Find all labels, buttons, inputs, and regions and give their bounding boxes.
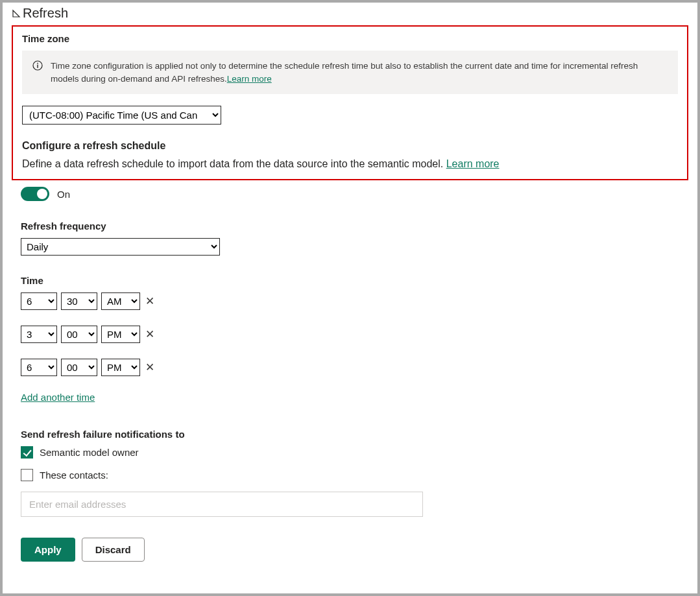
frequency-label: Refresh frequency — [21, 221, 679, 232]
ampm-select[interactable]: PM — [101, 326, 140, 343]
schedule-learn-more-link[interactable]: Learn more — [446, 158, 500, 169]
schedule-toggle-row: On — [21, 187, 679, 201]
settings-body: On Refresh frequency Daily Time 6 30 AM … — [12, 187, 688, 562]
timezone-label: Time zone — [22, 33, 678, 44]
toggle-label: On — [57, 189, 70, 200]
notify-owner-row: Semantic model owner — [21, 446, 679, 459]
remove-time-icon[interactable]: ✕ — [144, 294, 156, 308]
ampm-select[interactable]: AM — [101, 292, 140, 310]
minute-select[interactable]: 00 — [61, 359, 97, 376]
timezone-info-text: Time zone configuration is applied not o… — [51, 61, 638, 84]
add-time-link[interactable]: Add another time — [21, 392, 95, 403]
section-header[interactable]: Refresh — [12, 6, 688, 21]
schedule-desc: Define a data refresh schedule to import… — [22, 158, 446, 169]
schedule-desc-wrap: Define a data refresh schedule to import… — [22, 158, 678, 170]
svg-rect-2 — [37, 65, 38, 68]
refresh-panel: Refresh Time zone Time zone configuratio… — [3, 3, 697, 593]
button-row: Apply Discard — [21, 538, 679, 562]
notify-owner-label: Semantic model owner — [40, 447, 139, 458]
minute-select[interactable]: 00 — [61, 326, 97, 343]
hour-select[interactable]: 3 — [21, 326, 57, 343]
frequency-select[interactable]: Daily — [21, 238, 220, 256]
schedule-toggle[interactable] — [21, 187, 49, 201]
notify-contacts-row: These contacts: — [21, 469, 679, 481]
hour-select[interactable]: 6 — [21, 359, 57, 376]
hour-select[interactable]: 6 — [21, 292, 57, 310]
notify-contacts-label: These contacts: — [40, 470, 108, 481]
ampm-select[interactable]: PM — [101, 359, 140, 376]
section-title: Refresh — [23, 6, 68, 21]
minute-select[interactable]: 30 — [61, 292, 97, 310]
highlighted-region: Time zone Time zone configuration is app… — [12, 25, 688, 180]
apply-button[interactable]: Apply — [21, 538, 75, 562]
timezone-info-banner: Time zone configuration is applied not o… — [22, 51, 678, 94]
collapse-icon — [12, 9, 21, 18]
info-icon — [32, 60, 43, 85]
info-text-wrap: Time zone configuration is applied not o… — [51, 60, 668, 85]
notify-contacts-checkbox[interactable] — [21, 469, 33, 481]
timezone-learn-more-link[interactable]: Learn more — [227, 74, 272, 84]
time-row-2: 3 00 PM ✕ — [21, 326, 679, 343]
remove-time-icon[interactable]: ✕ — [144, 361, 156, 374]
timezone-select[interactable]: (UTC-08:00) Pacific Time (US and Can — [22, 106, 221, 125]
time-label: Time — [21, 275, 679, 286]
remove-time-icon[interactable]: ✕ — [144, 328, 156, 341]
notify-label: Send refresh failure notifications to — [21, 429, 679, 440]
contacts-email-input[interactable] — [21, 492, 423, 517]
discard-button[interactable]: Discard — [82, 538, 145, 562]
notify-owner-checkbox[interactable] — [21, 446, 33, 459]
schedule-title: Configure a refresh schedule — [22, 140, 678, 152]
svg-point-1 — [37, 63, 38, 64]
time-row-1: 6 30 AM ✕ — [21, 292, 679, 310]
time-row-3: 6 00 PM ✕ — [21, 359, 679, 376]
